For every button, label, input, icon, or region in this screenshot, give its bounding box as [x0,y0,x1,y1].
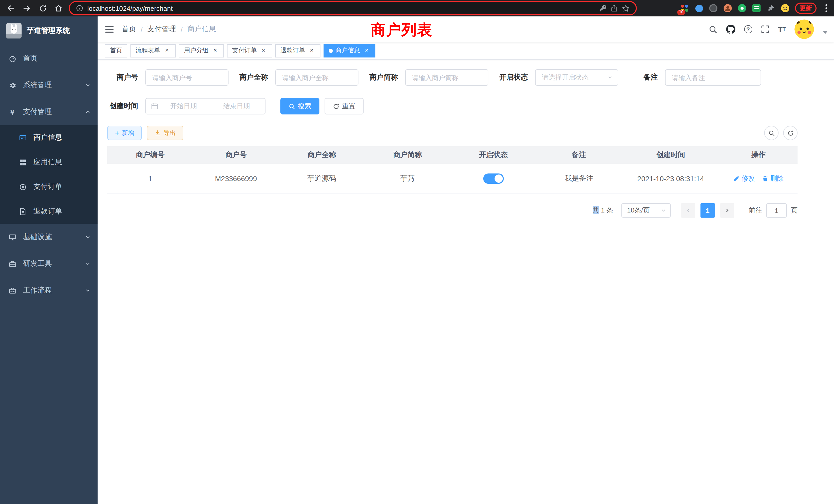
reset-button-label: 重置 [342,101,355,111]
forward-icon[interactable] [20,2,34,15]
tab-refund-orders[interactable]: 退款订单 × [275,44,321,57]
sidebar-item-label: 商户信息 [34,133,90,142]
home-icon[interactable] [51,2,66,15]
reset-button[interactable]: 重置 [325,98,364,114]
edit-link[interactable]: 修改 [733,174,755,183]
app-logo[interactable]: 芋道管理系统 [0,17,97,45]
merchant-no-input[interactable] [145,69,228,86]
sidebar-item-label: 基础设施 [23,232,79,242]
extensions-puzzle-icon[interactable]: 10 [680,4,689,13]
sidebar-item-system[interactable]: 系统管理 [0,72,97,98]
trash-icon [762,175,768,181]
extension-notes-icon[interactable] [752,4,761,13]
status-select-placeholder: 请选择开启状态 [542,73,589,82]
reload-icon[interactable] [36,2,50,15]
table-header-row: 商户编号 商户号 商户全称 商户简称 开启状态 备注 创建时间 操作 [107,146,797,164]
user-avatar[interactable] [794,20,814,39]
delete-link[interactable]: 删除 [762,174,784,183]
back-icon[interactable] [4,2,18,15]
avatar-caret-icon[interactable] [823,31,828,34]
page-number-button[interactable]: 1 [701,203,715,217]
sidebar-item-payment[interactable]: ¥ 支付管理 [0,98,97,125]
cell-create-time: 2021-10-23 08:31:14 [622,164,720,193]
goto-page-input[interactable] [766,203,787,217]
help-icon[interactable]: ? [744,25,752,33]
close-icon[interactable]: × [308,47,315,54]
close-icon[interactable]: × [212,47,219,54]
status-select[interactable]: 请选择开启状态 [535,69,618,86]
close-icon[interactable]: × [363,47,370,54]
status-toggle[interactable] [483,173,504,183]
export-button[interactable]: 导出 [147,126,183,140]
extension-smiley-icon[interactable] [781,4,790,13]
password-key-icon[interactable] [599,5,607,12]
cell-short-name: 芋艿 [365,164,451,193]
site-info-icon[interactable] [76,5,83,12]
search-button[interactable]: 搜索 [280,98,320,114]
toggle-search-button[interactable] [764,126,778,140]
breadcrumb-current: 商户信息 [188,25,216,34]
sidebar-item-label: 系统管理 [23,81,79,90]
browser-menu-icon[interactable] [822,4,831,13]
share-icon[interactable] [611,5,618,12]
chevron-down-icon [661,208,666,213]
tab-pay-orders[interactable]: 支付订单 × [227,44,272,57]
breadcrumb-payment[interactable]: 支付管理 [147,25,176,34]
cell-status [451,164,536,193]
extension-dark-icon[interactable] [709,4,718,13]
browser-update-button[interactable]: 更新 [795,3,816,14]
sidebar-item-dev-tools[interactable]: 研发工具 [0,250,97,277]
tab-label: 支付订单 [232,46,257,55]
merchant-table: 商户编号 商户号 商户全称 商户简称 开启状态 备注 创建时间 操作 1 M23… [107,146,797,193]
url-text[interactable]: localhost:1024/pay/merchant [87,4,595,12]
top-navbar: 首页 / 支付管理 / 商户信息 商户列表 ? TT [97,17,834,42]
search-icon[interactable] [708,25,717,33]
sidebar-item-merchant-info[interactable]: 商户信息 [0,125,97,150]
close-icon[interactable]: × [260,47,267,54]
font-size-icon[interactable]: TT [778,25,786,33]
tab-home[interactable]: 首页 [105,44,127,57]
page-size-select[interactable]: 10条/页 [621,203,671,217]
merchant-short-name-input[interactable] [405,69,488,86]
sidebar-item-workflow[interactable]: 工作流程 [0,277,97,304]
close-icon[interactable]: × [163,47,171,54]
github-icon[interactable] [726,25,735,34]
filter-row-2: 创建时间 开始日期 - 结束日期 搜索 重置 [107,98,797,114]
add-button[interactable]: + 新增 [107,126,142,140]
breadcrumb-home[interactable]: 首页 [122,25,136,34]
tab-merchant-info[interactable]: 商户信息 × [324,44,375,57]
sidebar-item-pay-orders[interactable]: 支付订单 [0,175,97,199]
monitor-icon [8,233,17,241]
active-dot [329,48,333,53]
remark-input[interactable] [665,69,761,86]
goto-label: 前往 [749,206,762,215]
merchant-name-input[interactable] [275,69,358,86]
export-button-label: 导出 [163,129,176,137]
tab-user-group[interactable]: 用户分组 × [179,44,224,57]
address-bar[interactable]: localhost:1024/pay/merchant [69,1,637,16]
extension-avatar-icon[interactable] [723,4,732,13]
extension-blue-icon[interactable] [694,4,704,13]
briefcase-icon [8,287,17,295]
app-title: 芋道管理系统 [27,26,70,36]
sidebar-item-home[interactable]: 首页 [0,45,97,72]
chevron-down-icon [608,75,613,80]
extension-pin-icon[interactable] [766,4,775,13]
refresh-table-button[interactable] [783,126,797,140]
next-page-button[interactable] [720,203,734,217]
fullscreen-icon[interactable] [761,25,769,33]
date-range-picker[interactable]: 开始日期 - 结束日期 [145,98,265,114]
filter-merchant-name-label: 商户全称 [239,73,268,82]
hamburger-icon[interactable] [97,25,122,33]
table-row: 1 M233666999 芋道源码 芋艿 我是备注 2021-10-23 08:… [107,164,797,193]
sidebar-item-app-info[interactable]: 应用信息 [0,150,97,175]
bookmark-star-icon[interactable] [622,4,630,12]
extension-green-icon[interactable] [738,4,747,13]
tab-process-form[interactable]: 流程表单 × [130,44,176,57]
calendar-icon [151,102,158,110]
sidebar-item-infrastructure[interactable]: 基础设施 [0,224,97,250]
browser-nav-buttons [0,2,66,15]
prev-page-button[interactable] [681,203,695,217]
end-date-placeholder: 结束日期 [213,101,260,111]
sidebar-item-refund-orders[interactable]: 退款订单 [0,199,97,224]
